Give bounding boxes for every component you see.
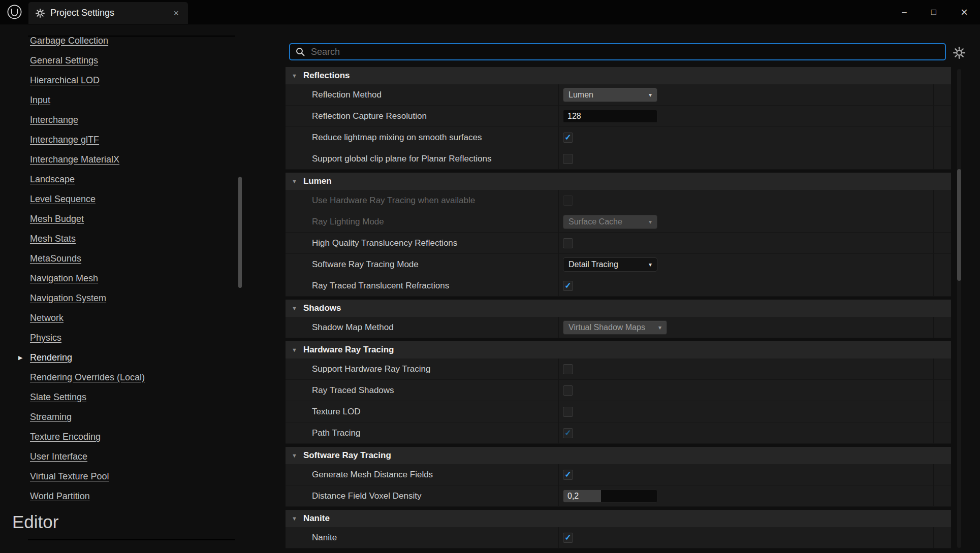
titlebar[interactable]: Project Settings × – □ × <box>0 0 980 24</box>
sidebar-item-landscape[interactable]: Landscape <box>0 170 244 189</box>
sidebar-item-slate-settings[interactable]: Slate Settings <box>0 387 244 407</box>
section-header[interactable]: ▼Nanite <box>286 510 951 527</box>
sidebar-item-garbage-collection[interactable]: Garbage Collection <box>0 31 244 51</box>
section-header[interactable]: ▼Software Ray Tracing <box>286 447 951 464</box>
section-title: Lumen <box>303 176 332 186</box>
property-row: Distance Field Voxel Density0,2 <box>286 485 951 507</box>
dropdown-value: Virtual Shadow Maps <box>568 323 654 332</box>
section-header[interactable]: ▼Reflections <box>286 67 951 84</box>
sidebar-item-user-interface[interactable]: User Interface <box>0 447 244 467</box>
sidebar-item-navigation-system[interactable]: Navigation System <box>0 288 244 308</box>
sidebar-item-label: General Settings <box>30 55 98 66</box>
sidebar-item-label: Physics <box>30 333 61 343</box>
checkbox[interactable] <box>563 385 573 396</box>
checkbox[interactable] <box>563 196 573 206</box>
checkbox[interactable] <box>563 364 573 374</box>
section-title: Nanite <box>303 513 330 524</box>
property-label: Reduce lightmap mixing on smooth surface… <box>286 133 558 143</box>
sidebar-item-mesh-budget[interactable]: Mesh Budget <box>0 209 244 229</box>
sidebar-item-label: MetaSounds <box>30 253 81 264</box>
dropdown[interactable]: Detail Tracing▾ <box>563 257 657 272</box>
settings-gear-button[interactable] <box>952 46 966 60</box>
search-bar[interactable] <box>289 43 946 60</box>
sidebar-item-interchange-gltf[interactable]: Interchange glTF <box>0 130 244 150</box>
settings-sections: ▼ReflectionsReflection MethodLumen▾Refle… <box>286 67 951 551</box>
property-value-cell: Surface Cache▾ <box>558 211 951 232</box>
sidebar-bottom-divider <box>28 539 235 540</box>
project-settings-icon <box>36 9 45 18</box>
sidebar-item-label: User Interface <box>30 451 87 462</box>
maximize-button[interactable]: □ <box>931 8 936 16</box>
sidebar-item-label: Interchange <box>30 115 78 125</box>
property-row: Reflection MethodLumen▾ <box>286 84 951 106</box>
checkbox[interactable] <box>563 238 573 248</box>
dropdown[interactable]: Lumen▾ <box>563 88 657 102</box>
sidebar-item-interchange[interactable]: Interchange <box>0 110 244 130</box>
sidebar-item-virtual-texture-pool[interactable]: Virtual Texture Pool <box>0 467 244 486</box>
sidebar-item-general-settings[interactable]: General Settings <box>0 51 244 71</box>
property-value-cell <box>558 233 951 253</box>
sidebar-item-world-partition[interactable]: World Partition <box>0 486 244 506</box>
checkbox[interactable] <box>563 533 573 543</box>
property-row: Reflection Capture Resolution <box>286 106 951 127</box>
sidebar-item-level-sequence[interactable]: Level Sequence <box>0 189 244 209</box>
sidebar-item-mesh-stats[interactable]: Mesh Stats <box>0 229 244 249</box>
sidebar-item-navigation-mesh[interactable]: Navigation Mesh <box>0 269 244 288</box>
sidebar-item-rendering[interactable]: ▶Rendering <box>0 348 244 368</box>
section-header[interactable]: ▼Shadows <box>286 300 951 317</box>
search-input[interactable] <box>310 46 940 58</box>
search-icon <box>295 47 305 57</box>
sidebar-item-interchange-materialx[interactable]: Interchange MaterialX <box>0 150 244 170</box>
sidebar-item-streaming[interactable]: Streaming <box>0 407 244 427</box>
unreal-logo-icon <box>7 4 22 20</box>
collapse-triangle-icon: ▼ <box>292 515 297 522</box>
sidebar-item-metasounds[interactable]: MetaSounds <box>0 249 244 269</box>
sidebar-item-physics[interactable]: Physics <box>0 328 244 348</box>
checkbox[interactable] <box>563 407 573 417</box>
section-header[interactable]: ▼Hardware Ray Tracing <box>286 341 951 359</box>
checkbox[interactable] <box>563 133 573 143</box>
checkbox[interactable] <box>563 470 573 480</box>
chevron-down-icon: ▾ <box>649 218 652 225</box>
sidebar-item-label: Garbage Collection <box>30 36 108 46</box>
settings-section-nanite: ▼NaniteNanite <box>286 510 951 548</box>
property-value-cell <box>558 380 951 401</box>
slider-number-input[interactable]: 0,2 <box>563 490 657 503</box>
tab-close-icon[interactable]: × <box>171 8 181 19</box>
tab-title: Project Settings <box>50 8 171 18</box>
sidebar-scrollbar-thumb[interactable] <box>238 177 242 288</box>
property-label: Path Tracing <box>286 428 558 438</box>
sidebar-item-input[interactable]: Input <box>0 90 244 110</box>
section-header[interactable]: ▼Lumen <box>286 173 951 190</box>
close-button[interactable]: × <box>961 6 968 18</box>
dropdown[interactable]: Surface Cache▾ <box>563 215 657 229</box>
project-settings-tab[interactable]: Project Settings × <box>28 2 188 24</box>
property-value-cell <box>558 464 951 485</box>
number-input[interactable] <box>563 110 657 123</box>
sidebar-section-editor: Editor <box>12 512 58 532</box>
sidebar-item-label: Rendering Overrides (Local) <box>30 372 145 382</box>
property-row: Generate Mesh Distance Fields <box>286 464 951 485</box>
dropdown-value: Detail Tracing <box>568 260 645 269</box>
sidebar-item-rendering-overrides-local[interactable]: Rendering Overrides (Local) <box>0 368 244 387</box>
minimize-button[interactable]: – <box>902 8 906 16</box>
checkbox[interactable] <box>563 428 573 438</box>
sidebar-item-network[interactable]: Network <box>0 308 244 328</box>
dropdown-value: Lumen <box>568 90 645 100</box>
property-row: Nanite <box>286 527 951 548</box>
checkbox[interactable] <box>563 281 573 291</box>
sidebar-item-texture-encoding[interactable]: Texture Encoding <box>0 427 244 447</box>
collapse-triangle-icon: ▼ <box>292 305 297 311</box>
dropdown[interactable]: Virtual Shadow Maps▾ <box>563 320 667 335</box>
chevron-down-icon: ▾ <box>649 261 652 268</box>
property-label: Ray Lighting Mode <box>286 217 558 227</box>
sidebar-item-label: Landscape <box>30 174 75 184</box>
checkbox[interactable] <box>563 154 573 164</box>
property-value-cell: Virtual Shadow Maps▾ <box>558 317 951 338</box>
sidebar-item-hierarchical-lod[interactable]: Hierarchical LOD <box>0 71 244 90</box>
property-label: Software Ray Tracing Mode <box>286 259 558 270</box>
sidebar-item-label: Mesh Stats <box>30 234 76 244</box>
property-row: Support global clip plane for Planar Ref… <box>286 148 951 170</box>
main-scrollbar-thumb[interactable] <box>957 169 961 281</box>
main-scrollbar-track[interactable] <box>957 69 961 548</box>
